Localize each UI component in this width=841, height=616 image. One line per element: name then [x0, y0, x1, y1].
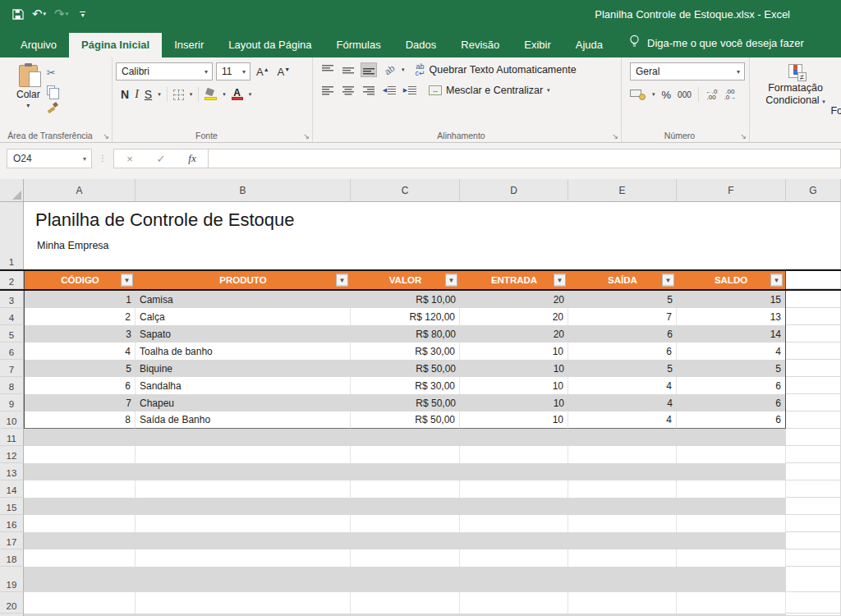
cell-valor[interactable]: R$ 10,00	[351, 291, 460, 308]
column-header-d[interactable]: D	[460, 179, 568, 202]
row-header-18[interactable]: 18	[0, 549, 24, 567]
cell-valor[interactable]: R$ 80,00	[351, 325, 460, 342]
filter-dropdown-icon[interactable]: ▼	[554, 274, 566, 287]
cell-valor[interactable]: R$ 50,00	[351, 394, 460, 411]
increase-decimal-icon[interactable]: ←.0.00	[705, 89, 718, 100]
cell-produto[interactable]: Chapeu	[136, 394, 351, 411]
row-header-13[interactable]: 13	[0, 463, 24, 480]
tab-layout-da-pagina[interactable]: Layout da Página	[216, 33, 324, 57]
cell-produto[interactable]: Sapato	[136, 325, 351, 342]
font-dialog-launcher-icon[interactable]: ↘	[303, 132, 310, 140]
filter-dropdown-icon[interactable]: ▼	[445, 274, 457, 287]
orientation-dropdown-icon[interactable]: ▾	[402, 67, 405, 73]
name-box[interactable]: O24 ▾	[7, 149, 92, 168]
row-header-3[interactable]: 3	[0, 291, 24, 308]
tab-pagina-inicial[interactable]: Página Inicial	[69, 33, 162, 57]
cell-saida[interactable]: 5	[568, 291, 677, 308]
row-header-20[interactable]: 20	[0, 592, 24, 614]
cell-saldo[interactable]: 15	[677, 291, 786, 308]
row-header-5[interactable]: 5	[0, 325, 24, 342]
row-header-14[interactable]: 14	[0, 480, 24, 498]
cancel-entry-icon[interactable]: ×	[114, 153, 145, 165]
align-top-icon[interactable]	[319, 62, 336, 77]
cell-codigo[interactable]: 7	[24, 394, 136, 411]
cell-codigo[interactable]: 4	[24, 342, 136, 360]
tab-exibir[interactable]: Exibir	[512, 33, 563, 57]
cell-valor[interactable]: R$ 50,00	[351, 360, 460, 377]
paste-button[interactable]: Colar ▾	[16, 62, 40, 114]
borders-icon[interactable]	[173, 90, 184, 100]
header-codigo[interactable]: CÓDIGO▼	[24, 271, 136, 289]
filter-dropdown-icon[interactable]: ▼	[121, 274, 133, 287]
cell-entrada[interactable]: 20	[460, 291, 568, 308]
header-saldo[interactable]: SALDO▼	[677, 271, 786, 289]
cell-valor[interactable]: R$ 30,00	[351, 342, 460, 360]
cell-saida[interactable]: 6	[568, 342, 677, 360]
cell-valor[interactable]: R$ 120,00	[351, 308, 460, 325]
formula-input[interactable]	[209, 149, 841, 168]
cell-codigo[interactable]: 3	[24, 325, 136, 342]
cell-g1[interactable]	[786, 202, 841, 269]
cell-codigo[interactable]: 8	[24, 411, 136, 429]
column-header-e[interactable]: E	[568, 179, 677, 202]
wrap-text-button[interactable]: abc↵ Quebrar Texto Automaticamente	[416, 63, 577, 76]
font-color-dropdown-icon[interactable]: ▾	[249, 91, 252, 98]
cell-produto[interactable]: Biquine	[136, 360, 351, 377]
tell-me-search[interactable]: Diga-me o que você deseja fazer	[615, 29, 812, 57]
title-cell-area[interactable]: Planilha de Controle de Estoque Minha Em…	[24, 202, 786, 269]
cell-codigo[interactable]: 6	[24, 377, 136, 394]
cut-button[interactable]: ✂	[47, 66, 60, 80]
row-header-6[interactable]: 6	[0, 342, 24, 360]
cell-codigo[interactable]: 2	[24, 308, 136, 325]
header-valor[interactable]: VALOR▼	[351, 271, 460, 289]
row-header-11[interactable]: 11	[0, 429, 24, 446]
decrease-decimal-icon[interactable]: .00.0→	[724, 89, 736, 100]
cell-saldo[interactable]: 5	[677, 360, 786, 377]
increase-font-icon[interactable]: A▲	[254, 66, 272, 78]
cell-entrada[interactable]: 10	[460, 394, 568, 411]
cell-entrada[interactable]: 20	[460, 325, 568, 342]
cell-produto[interactable]: Sandalha	[136, 377, 351, 394]
orientation-icon[interactable]: ab	[381, 62, 398, 77]
customize-quick-access-icon[interactable]: ▾	[80, 11, 85, 17]
format-painter-button[interactable]	[47, 100, 60, 114]
conditional-formatting-button[interactable]: ≠ Formatação Condicional ▾	[753, 62, 838, 108]
tab-inserir[interactable]: Inserir	[162, 33, 216, 57]
merge-dropdown-icon[interactable]: ▾	[547, 87, 550, 94]
name-box-dropdown-icon[interactable]: ▾	[78, 155, 91, 163]
row-header-17[interactable]: 17	[0, 532, 24, 549]
row-header-8[interactable]: 8	[0, 377, 24, 394]
align-center-icon[interactable]	[340, 83, 356, 98]
increase-indent-icon[interactable]: ▶	[402, 83, 418, 98]
cell-saida[interactable]: 6	[568, 325, 677, 342]
column-header-c[interactable]: C	[351, 179, 460, 202]
redo-icon[interactable]: ↷▾	[54, 7, 68, 21]
borders-dropdown-icon[interactable]: ▾	[190, 91, 193, 98]
alignment-dialog-launcher-icon[interactable]: ↘	[612, 132, 618, 140]
insert-function-icon[interactable]: fx	[177, 152, 208, 165]
cell-saldo[interactable]: 14	[677, 325, 786, 342]
percent-style-button[interactable]: %	[662, 89, 672, 101]
row-header-10[interactable]: 10	[0, 411, 24, 429]
clipboard-dialog-launcher-icon[interactable]: ↘	[103, 132, 109, 140]
cell-saldo[interactable]: 6	[677, 394, 786, 411]
undo-icon[interactable]: ↶▾	[32, 7, 46, 21]
paste-dropdown-icon[interactable]: ▾	[26, 102, 30, 109]
italic-button[interactable]: I	[135, 88, 139, 101]
tab-revisao[interactable]: Revisão	[448, 33, 512, 57]
font-size-select[interactable]: 11▾	[216, 62, 250, 80]
cell-produto[interactable]: Camisa	[136, 291, 351, 308]
formula-bar-splitter[interactable]: ⋮	[92, 149, 113, 168]
cell-saida[interactable]: 5	[568, 360, 677, 377]
format-as-table-button-truncated[interactable]: Fo	[830, 105, 841, 117]
row-header-9[interactable]: 9	[0, 394, 24, 411]
row-header-16[interactable]: 16	[0, 515, 24, 532]
underline-dropdown-icon[interactable]: ▾	[158, 91, 161, 98]
merge-center-button[interactable]: ↔ Mesclar e Centralizar ▾	[429, 85, 550, 96]
header-entrada[interactable]: ENTRADA▼	[460, 271, 568, 289]
fill-color-dropdown-icon[interactable]: ▾	[223, 91, 226, 98]
filter-dropdown-icon[interactable]: ▼	[770, 274, 783, 287]
row-header-15[interactable]: 15	[0, 498, 24, 515]
align-bottom-icon[interactable]	[361, 62, 377, 77]
font-name-select[interactable]: Calibri▾	[116, 62, 213, 80]
